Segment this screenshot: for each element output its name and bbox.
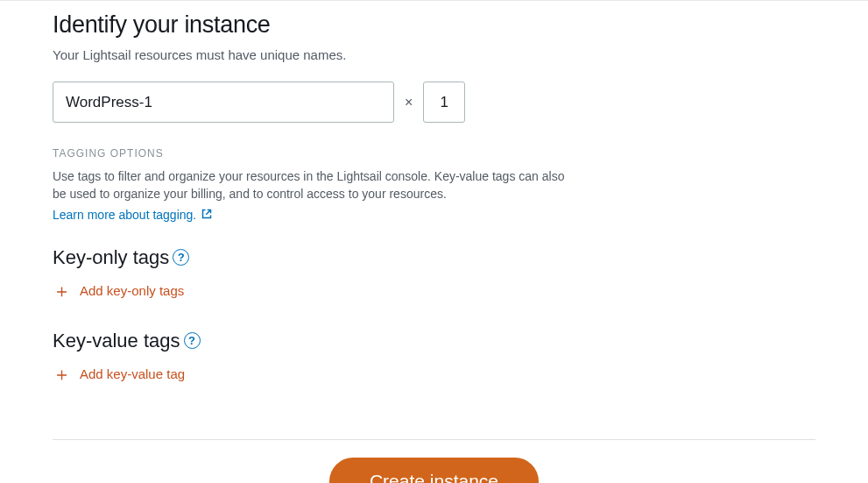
instance-name-row: ×	[53, 82, 815, 123]
help-icon[interactable]: ?	[173, 249, 189, 266]
section-divider	[53, 439, 815, 440]
add-key-only-tags-button[interactable]: ＋ Add key-only tags	[53, 281, 184, 300]
instance-count-input[interactable]	[423, 82, 465, 123]
learn-more-tagging-link[interactable]: Learn more about tagging.	[53, 208, 212, 222]
add-key-value-tag-button[interactable]: ＋ Add key-value tag	[53, 365, 185, 383]
key-value-tags-heading: Key-value tags ?	[53, 330, 815, 352]
page-title: Identify your instance	[53, 11, 815, 39]
plus-icon: ＋	[53, 281, 71, 300]
key-only-tags-title: Key-only tags	[53, 246, 169, 269]
add-key-value-label: Add key-value tag	[80, 366, 185, 381]
key-only-tags-heading: Key-only tags ?	[53, 246, 815, 269]
actions-row: Create instance	[53, 458, 815, 483]
external-link-icon	[201, 208, 212, 222]
tagging-options-label: TAGGING OPTIONS	[53, 147, 815, 160]
help-icon[interactable]: ?	[184, 332, 201, 349]
page-subtitle: Your Lightsail resources must have uniqu…	[53, 47, 815, 62]
tagging-description: Use tags to filter and organize your res…	[53, 168, 578, 202]
plus-icon: ＋	[53, 365, 71, 383]
learn-more-text: Learn more about tagging.	[53, 208, 196, 222]
multiply-icon: ×	[403, 95, 414, 110]
create-instance-form: Identify your instance Your Lightsail re…	[0, 1, 868, 483]
instance-name-input[interactable]	[53, 82, 394, 123]
key-value-tags-title: Key-value tags	[53, 330, 180, 352]
add-key-only-label: Add key-only tags	[80, 283, 184, 298]
create-instance-button[interactable]: Create instance	[329, 458, 539, 483]
